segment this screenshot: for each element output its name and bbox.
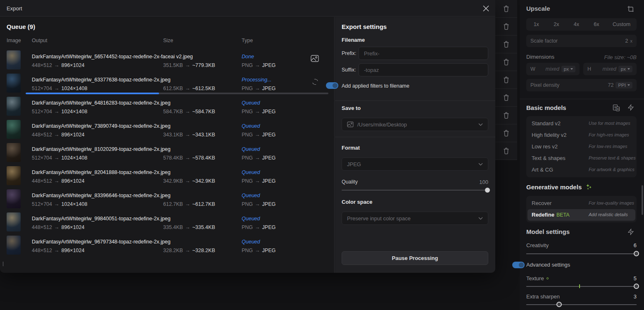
scale-option-6x[interactable]: 6x	[587, 18, 607, 31]
output-filename: DarkFantasyArtWhitegirlw_56574452-topaz-…	[32, 54, 193, 60]
model-option[interactable]: Art & CG For artwork & graphics	[526, 164, 637, 176]
pixel-density-label: Pixel density	[530, 82, 559, 88]
section-divider	[335, 137, 495, 137]
chevron-down-icon	[478, 123, 483, 126]
output-filename: DarkFantasyArtWhitegirlw_63377638-topaz-…	[32, 77, 171, 83]
auto-model-icon[interactable]	[627, 104, 634, 111]
queue-row[interactable]: DarkFantasyArtWhitegirlw_81020299-topaz-…	[0, 143, 334, 166]
size-conversion: 578.4KB→~578.4KB	[163, 155, 215, 161]
queue-row[interactable]: DarkFantasyArtWhitegirlw_73890749-topaz-…	[0, 119, 334, 143]
pixel-density-row[interactable]: Pixel density 72 PPI	[526, 79, 637, 91]
save-to-dropdown[interactable]: /Users/mike/Desktop	[342, 118, 488, 131]
pixel-density-value: 72	[608, 82, 614, 88]
creativity-slider[interactable]	[526, 251, 637, 256]
thumbnail	[7, 189, 21, 208]
delete-row-button[interactable]	[495, 89, 517, 107]
model-option[interactable]: Low res v2 For low-res images	[526, 141, 637, 153]
queue-row[interactable]: DarkFantasyArtWhitegirlw_56574452-topaz-…	[0, 50, 334, 73]
delete-row-button[interactable]	[495, 142, 517, 160]
size-conversion: 584.7KB→~584.7KB	[163, 109, 215, 114]
crop-icon[interactable]	[627, 5, 634, 12]
quality-slider[interactable]	[342, 187, 488, 193]
progress-bar	[26, 93, 328, 94]
height-value: mixed	[603, 66, 616, 72]
delete-row-button[interactable]	[495, 53, 517, 71]
delete-row-button[interactable]	[495, 36, 517, 53]
model-option[interactable]: Recover For low-quality images	[526, 198, 637, 209]
queue-row[interactable]: DarkFantasyArtWhitegirlw_99840051-topaz-…	[0, 212, 334, 235]
dropdown-arrow-icon	[570, 68, 573, 70]
scale-option-custom[interactable]: Custom	[606, 18, 637, 31]
delete-row-button[interactable]	[495, 71, 517, 89]
width-label: W	[530, 66, 535, 72]
section-divider	[520, 99, 644, 99]
pause-processing-button[interactable]: Pause Processing	[342, 251, 488, 265]
status-text: Queued	[242, 123, 260, 129]
suffix-input[interactable]	[359, 63, 488, 76]
scale-factor-label: Scale factor	[530, 38, 558, 44]
dimensions-conversion: 512×704→1024×1408	[32, 201, 87, 207]
dimensions-conversion: 448×512→896×1024	[32, 178, 84, 184]
color-space-dropdown[interactable]: Preserve input color space	[342, 212, 488, 225]
delete-row-button[interactable]	[495, 18, 517, 36]
dimensions-conversion: 448×512→896×1024	[32, 248, 84, 253]
auto-settings-icon[interactable]	[627, 229, 634, 235]
status-text: Queued	[242, 239, 260, 245]
text-caret	[3, 262, 3, 266]
status-text: Done	[242, 54, 254, 60]
width-value: mixed	[546, 66, 559, 72]
format-dropdown[interactable]: JPEG	[342, 157, 488, 171]
queue-row[interactable]: DarkFantasyArtWhitegirlw_64816283-topaz-…	[0, 96, 334, 119]
height-unit-dropdown[interactable]: px	[618, 66, 632, 72]
prefix-input[interactable]	[359, 47, 488, 60]
scale-option-2x[interactable]: 2x	[547, 18, 567, 31]
dropdown-arrow-icon	[627, 68, 630, 70]
model-option[interactable]: High fidelity v2 For high-res images	[526, 129, 637, 141]
queue-row[interactable]: DarkFantasyArtWhitegirlw_63377638-topaz-…	[0, 73, 334, 96]
model-option[interactable]: Standard v2 Use for most images	[526, 118, 637, 129]
preview-image-icon[interactable]	[311, 55, 319, 62]
ppi-unit-dropdown[interactable]: PPI	[615, 82, 632, 88]
delete-row-button[interactable]	[495, 124, 517, 142]
width-unit-dropdown[interactable]: px	[561, 66, 575, 72]
height-field[interactable]: H mixed px	[583, 63, 637, 75]
slider-handle[interactable]	[634, 284, 639, 289]
filename-section-label: Filename	[342, 37, 365, 43]
delete-row-button[interactable]	[495, 107, 517, 124]
column-header-type: Type	[242, 38, 253, 43]
file-size-estimate: File size: ~0B	[604, 54, 637, 60]
scale-factor-row[interactable]: Scale factor 2x	[526, 35, 637, 47]
scale-option-4x[interactable]: 4x	[566, 18, 587, 31]
slider-handle[interactable]	[485, 188, 490, 193]
type-conversion: PNG→JPEG	[242, 155, 276, 161]
extra-sharpen-slider[interactable]	[526, 302, 637, 307]
dialog-title: Export	[7, 5, 22, 12]
close-icon[interactable]	[482, 5, 490, 12]
slider-handle[interactable]	[556, 302, 562, 307]
status-text: Queued	[242, 193, 260, 198]
model-option[interactable]: RedefineBETA Add realistic details	[528, 209, 635, 221]
type-conversion: PNG→JPEG	[242, 178, 276, 184]
quality-label: Quality	[342, 179, 358, 185]
compare-models-icon[interactable]: A B	[613, 104, 620, 112]
beta-badge: BETA	[556, 212, 570, 218]
sparkles-icon	[586, 184, 592, 190]
dimensions-conversion: 512×704→1024×1408	[32, 109, 87, 114]
sidebar-scrollbar[interactable]	[642, 185, 643, 215]
model-option[interactable]: Text & shapes Preserve text & shapes	[526, 153, 637, 164]
section-divider	[335, 100, 495, 101]
upscale-sidebar: Upscale 1x 2x 4x 6x Custom Scale factor …	[520, 0, 644, 310]
queue-row[interactable]: DarkFantasyArtWhitegirlw_83396646-topaz-…	[0, 189, 334, 212]
queue-row[interactable]: DarkFantasyArtWhitegirlw_82041888-topaz-…	[0, 166, 334, 189]
queue-row[interactable]: DarkFantasyArtWhitegirlw_96797348-topaz-…	[0, 235, 334, 258]
filters-toggle[interactable]	[326, 82, 338, 89]
delete-row-button[interactable]	[495, 0, 517, 18]
dimensions-conversion: 448×512→896×1024	[32, 224, 84, 230]
slider-handle[interactable]	[634, 251, 639, 256]
color-space-label: Color space	[342, 199, 372, 205]
width-field[interactable]: W mixed px	[526, 63, 580, 75]
save-to-label: Save to	[342, 105, 361, 111]
scale-option-1x[interactable]: 1x	[526, 18, 547, 31]
advanced-settings-toggle[interactable]	[512, 262, 525, 268]
texture-slider[interactable]	[526, 284, 637, 289]
